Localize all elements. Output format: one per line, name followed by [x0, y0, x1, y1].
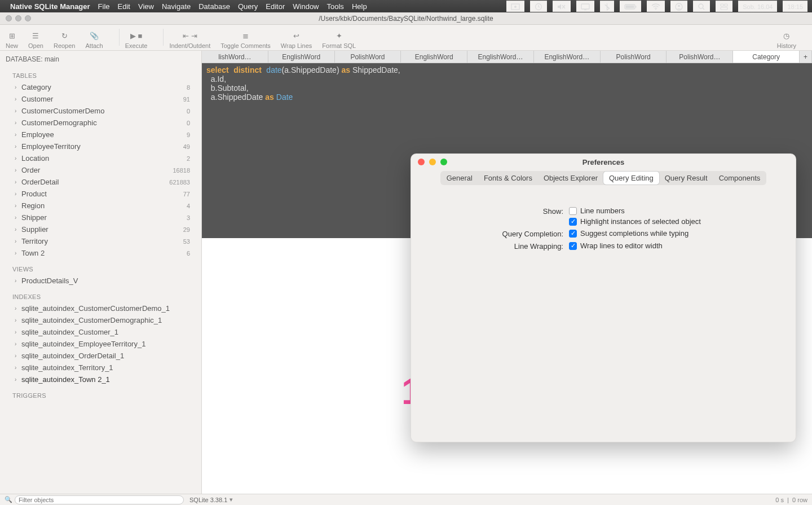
- pref-tab[interactable]: Components: [713, 172, 766, 185]
- menubar-time[interactable]: 18:15: [783, 1, 807, 12]
- control-center-icon[interactable]: [716, 1, 732, 12]
- suggest-checkbox[interactable]: ✓Suggest completions while typing: [569, 229, 689, 238]
- editor-tab[interactable]: EnglishWord…: [467, 51, 534, 63]
- new-button[interactable]: ⊞New: [6, 30, 18, 49]
- editor-tab[interactable]: EnglishWord: [268, 51, 335, 63]
- editor-tab[interactable]: PolishWord: [601, 51, 667, 63]
- highlight-checkbox[interactable]: ✓Highlight instances of selected object: [569, 217, 701, 226]
- window-controls[interactable]: [0, 15, 31, 21]
- editor-tab[interactable]: EnglishWord…: [534, 51, 601, 63]
- chevron-right-icon: ›: [15, 84, 19, 90]
- version-dropdown-icon[interactable]: ▾: [230, 496, 233, 503]
- menu-query[interactable]: Query: [238, 2, 258, 11]
- menu-tools[interactable]: Tools: [327, 2, 344, 11]
- timemachine-icon[interactable]: [530, 1, 547, 12]
- chevron-right-icon: ›: [15, 278, 19, 284]
- indent-button[interactable]: ⇤ ⇥Indent/Outdent: [169, 30, 210, 49]
- editor-tabs: lishWord…EnglishWordPolishWordEnglishWor…: [202, 51, 812, 63]
- table-row[interactable]: ›Employee9: [0, 129, 201, 140]
- wifi-icon[interactable]: [647, 1, 665, 12]
- index-row[interactable]: ›sqlite_autoindex_OrderDetail_1: [0, 350, 201, 362]
- editor-tab[interactable]: Category: [733, 51, 800, 63]
- index-row[interactable]: ›sqlite_autoindex_Town 2_1: [0, 374, 201, 385]
- editor-tab[interactable]: EnglishWord: [401, 51, 467, 63]
- pref-tab[interactable]: Query Editing: [603, 172, 659, 185]
- menu-edit[interactable]: Edit: [118, 2, 130, 11]
- table-name: Region: [21, 201, 187, 210]
- titlebar: /Users/kbk/Documents/BazySQLite/Northwin…: [0, 12, 812, 25]
- table-name: Category: [21, 83, 187, 91]
- menu-view[interactable]: View: [138, 2, 154, 11]
- svg-point-1: [514, 6, 517, 8]
- bluetooth-icon[interactable]: [600, 1, 614, 12]
- index-row[interactable]: ›sqlite_autoindex_Territory_1: [0, 362, 201, 374]
- menubar-date[interactable]: Sob. 16.04: [738, 1, 777, 12]
- chevron-right-icon: ›: [15, 226, 19, 232]
- attach-button[interactable]: 📎Attach: [85, 30, 103, 49]
- open-button[interactable]: ☰Open: [28, 30, 43, 49]
- table-row[interactable]: ›EmployeeTerritory49: [0, 140, 201, 152]
- display-icon[interactable]: [576, 1, 594, 12]
- editor-tab[interactable]: PolishWord: [335, 51, 401, 63]
- table-name: Location: [21, 154, 187, 163]
- table-count: 53: [183, 238, 193, 245]
- menu-file[interactable]: File: [98, 2, 110, 11]
- index-row[interactable]: ›sqlite_autoindex_CustomerDemographic_1: [0, 314, 201, 326]
- pref-tab[interactable]: General: [441, 172, 478, 185]
- chevron-right-icon: ›: [15, 96, 19, 102]
- editor-tab[interactable]: PolishWord…: [667, 51, 733, 63]
- execute-button[interactable]: ▶ ■Execute: [125, 30, 148, 49]
- spotlight-icon[interactable]: [693, 1, 710, 12]
- battery-icon[interactable]: [620, 1, 641, 12]
- table-row[interactable]: ›Category8: [0, 81, 201, 93]
- table-row[interactable]: ›Customer91: [0, 93, 201, 105]
- table-row[interactable]: ›CustomerCustomerDemo0: [0, 105, 201, 117]
- svg-rect-14: [721, 7, 727, 10]
- chevron-right-icon: ›: [15, 376, 19, 383]
- toggle-comments-button[interactable]: ≣Toggle Comments: [220, 30, 271, 49]
- table-name: CustomerCustomerDemo: [21, 107, 187, 115]
- format-sql-button[interactable]: ✦Format SQL: [322, 30, 356, 49]
- index-name: sqlite_autoindex_CustomerCustomerDemo_1: [21, 304, 193, 313]
- pref-window-controls[interactable]: [418, 159, 447, 165]
- index-row[interactable]: ›sqlite_autoindex_Customer_1: [0, 326, 201, 338]
- status-box-icon[interactable]: [506, 1, 524, 12]
- filter-input[interactable]: [15, 495, 184, 504]
- table-count: 0: [187, 108, 193, 115]
- index-row[interactable]: ›sqlite_autoindex_CustomerCustomerDemo_1: [0, 302, 201, 314]
- menu-window[interactable]: Window: [293, 2, 319, 11]
- table-row[interactable]: ›Region4: [0, 200, 201, 212]
- wrap-checkbox[interactable]: ✓Wrap lines to editor width: [569, 241, 663, 250]
- menubar: Native SQLite Manager File Edit View Nav…: [0, 0, 812, 12]
- pref-tab[interactable]: Fonts & Colors: [478, 172, 538, 185]
- pref-tab[interactable]: Query Result: [659, 172, 713, 185]
- pref-tab[interactable]: Objects Explorer: [538, 172, 603, 185]
- table-row[interactable]: ›Location2: [0, 152, 201, 164]
- line-numbers-checkbox[interactable]: Line numbers: [569, 207, 701, 215]
- wrap-lines-button[interactable]: ↩Wrap Lines: [281, 30, 312, 49]
- add-tab-button[interactable]: +: [800, 51, 812, 63]
- table-row[interactable]: ›Town 26: [0, 247, 201, 259]
- index-row[interactable]: ›sqlite_autoindex_EmployeeTerritory_1: [0, 338, 201, 350]
- menu-navigate[interactable]: Navigate: [162, 2, 191, 11]
- menu-database[interactable]: Database: [198, 2, 230, 11]
- table-row[interactable]: ›Territory53: [0, 235, 201, 247]
- history-button[interactable]: ◷History: [777, 30, 796, 49]
- table-row[interactable]: ›Supplier29: [0, 223, 201, 235]
- app-name[interactable]: Native SQLite Manager: [10, 2, 90, 11]
- toolbar: ⊞New ☰Open ↻Reopen 📎Attach ▶ ■Execute ⇤ …: [0, 25, 812, 51]
- table-row[interactable]: ›Product77: [0, 188, 201, 200]
- editor-tab[interactable]: lishWord…: [202, 51, 268, 63]
- user-icon[interactable]: [670, 1, 687, 12]
- table-row[interactable]: ›CustomerDemographic0: [0, 117, 201, 129]
- reopen-button[interactable]: ↻Reopen: [54, 30, 76, 49]
- table-row[interactable]: ›Shipper3: [0, 212, 201, 223]
- volume-mute-icon[interactable]: [553, 1, 571, 12]
- menu-editor[interactable]: Editor: [266, 2, 285, 11]
- view-row[interactable]: ›ProductDetails_V: [0, 275, 201, 287]
- table-count: 4: [187, 203, 193, 209]
- menu-help[interactable]: Help: [352, 2, 367, 11]
- table-row[interactable]: ›Order16818: [0, 164, 201, 176]
- table-row[interactable]: ›OrderDetail621883: [0, 176, 201, 188]
- filter-objects[interactable]: 🔍: [5, 495, 184, 504]
